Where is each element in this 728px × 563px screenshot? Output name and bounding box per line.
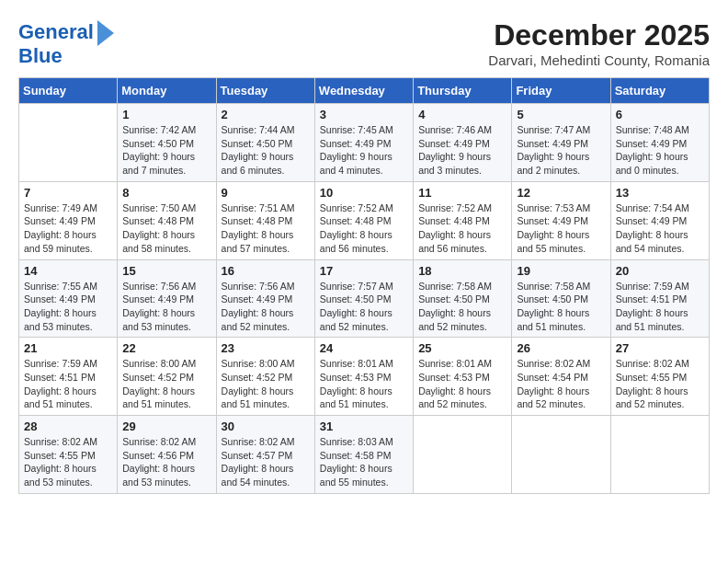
day-number: 10 bbox=[320, 186, 408, 200]
col-header-friday: Friday bbox=[512, 78, 610, 104]
day-cell: 21Sunrise: 7:59 AMSunset: 4:51 PMDayligh… bbox=[19, 338, 118, 416]
day-number: 1 bbox=[122, 108, 210, 121]
day-cell bbox=[512, 416, 610, 494]
day-info: Sunrise: 7:52 AMSunset: 4:48 PMDaylight:… bbox=[320, 201, 408, 256]
day-number: 26 bbox=[517, 341, 605, 355]
day-number: 20 bbox=[616, 264, 704, 278]
day-number: 25 bbox=[418, 341, 506, 355]
day-info: Sunrise: 8:02 AMSunset: 4:57 PMDaylight:… bbox=[222, 435, 310, 489]
logo-blue: Blue bbox=[18, 44, 63, 68]
header-row: SundayMondayTuesdayWednesdayThursdayFrid… bbox=[19, 78, 710, 104]
day-cell: 3Sunrise: 7:45 AMSunset: 4:49 PMDaylight… bbox=[314, 104, 413, 182]
month-title: December 2025 bbox=[488, 18, 710, 52]
week-row-3: 14Sunrise: 7:55 AMSunset: 4:49 PMDayligh… bbox=[19, 259, 710, 338]
day-info: Sunrise: 7:55 AMSunset: 4:49 PMDaylight:… bbox=[24, 280, 112, 334]
day-cell: 14Sunrise: 7:55 AMSunset: 4:49 PMDayligh… bbox=[19, 259, 118, 338]
day-number: 18 bbox=[418, 264, 506, 278]
day-info: Sunrise: 8:02 AMSunset: 4:55 PMDaylight:… bbox=[24, 435, 112, 489]
day-number: 13 bbox=[616, 186, 704, 200]
day-number: 31 bbox=[320, 419, 408, 433]
day-cell: 27Sunrise: 8:02 AMSunset: 4:55 PMDayligh… bbox=[610, 338, 709, 416]
day-cell: 11Sunrise: 7:52 AMSunset: 4:48 PMDayligh… bbox=[414, 181, 512, 259]
day-cell: 23Sunrise: 8:00 AMSunset: 4:52 PMDayligh… bbox=[216, 338, 314, 416]
day-number: 24 bbox=[320, 341, 408, 355]
day-number: 15 bbox=[122, 264, 210, 278]
day-info: Sunrise: 8:02 AMSunset: 4:54 PMDaylight:… bbox=[517, 357, 605, 411]
day-info: Sunrise: 7:52 AMSunset: 4:48 PMDaylight:… bbox=[418, 201, 506, 256]
day-cell: 10Sunrise: 7:52 AMSunset: 4:48 PMDayligh… bbox=[314, 181, 413, 259]
day-cell: 2Sunrise: 7:44 AMSunset: 4:50 PMDaylight… bbox=[216, 104, 314, 182]
day-info: Sunrise: 7:47 AMSunset: 4:49 PMDaylight:… bbox=[517, 123, 605, 178]
location-subtitle: Darvari, Mehedinti County, Romania bbox=[488, 52, 710, 68]
logo: General Blue bbox=[18, 18, 114, 68]
day-cell bbox=[414, 416, 512, 494]
day-number: 22 bbox=[122, 341, 210, 355]
day-info: Sunrise: 8:01 AMSunset: 4:53 PMDaylight:… bbox=[320, 357, 408, 411]
day-number: 30 bbox=[222, 419, 310, 433]
day-cell: 28Sunrise: 8:02 AMSunset: 4:55 PMDayligh… bbox=[19, 416, 118, 494]
day-cell: 12Sunrise: 7:53 AMSunset: 4:49 PMDayligh… bbox=[512, 181, 610, 259]
day-number: 16 bbox=[222, 264, 310, 278]
day-cell: 15Sunrise: 7:56 AMSunset: 4:49 PMDayligh… bbox=[118, 259, 216, 338]
calendar-table: SundayMondayTuesdayWednesdayThursdayFrid… bbox=[18, 77, 710, 494]
day-info: Sunrise: 7:49 AMSunset: 4:49 PMDaylight:… bbox=[24, 201, 112, 256]
day-cell: 29Sunrise: 8:02 AMSunset: 4:56 PMDayligh… bbox=[118, 416, 216, 494]
day-cell: 7Sunrise: 7:49 AMSunset: 4:49 PMDaylight… bbox=[19, 181, 118, 259]
day-number: 8 bbox=[122, 186, 210, 200]
week-row-4: 21Sunrise: 7:59 AMSunset: 4:51 PMDayligh… bbox=[19, 338, 710, 416]
day-cell: 8Sunrise: 7:50 AMSunset: 4:48 PMDaylight… bbox=[118, 181, 216, 259]
day-info: Sunrise: 7:46 AMSunset: 4:49 PMDaylight:… bbox=[418, 123, 506, 178]
day-info: Sunrise: 8:02 AMSunset: 4:55 PMDaylight:… bbox=[616, 357, 704, 411]
day-cell: 17Sunrise: 7:57 AMSunset: 4:50 PMDayligh… bbox=[314, 259, 413, 338]
col-header-wednesday: Wednesday bbox=[314, 78, 413, 104]
day-number: 14 bbox=[24, 264, 112, 278]
day-cell: 18Sunrise: 7:58 AMSunset: 4:50 PMDayligh… bbox=[414, 259, 512, 338]
logo-arrow-icon bbox=[97, 20, 114, 46]
day-info: Sunrise: 7:58 AMSunset: 4:50 PMDaylight:… bbox=[418, 280, 506, 334]
day-cell: 24Sunrise: 8:01 AMSunset: 4:53 PMDayligh… bbox=[314, 338, 413, 416]
title-block: December 2025 Darvari, Mehedinti County,… bbox=[488, 18, 710, 68]
day-info: Sunrise: 7:57 AMSunset: 4:50 PMDaylight:… bbox=[320, 280, 408, 334]
col-header-monday: Monday bbox=[118, 78, 216, 104]
day-info: Sunrise: 7:58 AMSunset: 4:50 PMDaylight:… bbox=[517, 280, 605, 334]
col-header-sunday: Sunday bbox=[19, 78, 118, 104]
day-info: Sunrise: 7:53 AMSunset: 4:49 PMDaylight:… bbox=[517, 201, 605, 256]
day-number: 4 bbox=[418, 108, 506, 121]
day-info: Sunrise: 7:44 AMSunset: 4:50 PMDaylight:… bbox=[222, 123, 310, 178]
day-number: 3 bbox=[320, 108, 408, 121]
day-number: 9 bbox=[222, 186, 310, 200]
day-number: 2 bbox=[222, 108, 310, 121]
week-row-5: 28Sunrise: 8:02 AMSunset: 4:55 PMDayligh… bbox=[19, 416, 710, 494]
day-info: Sunrise: 8:03 AMSunset: 4:58 PMDaylight:… bbox=[320, 435, 408, 489]
day-cell: 30Sunrise: 8:02 AMSunset: 4:57 PMDayligh… bbox=[216, 416, 314, 494]
day-info: Sunrise: 7:45 AMSunset: 4:49 PMDaylight:… bbox=[320, 123, 408, 178]
day-number: 21 bbox=[24, 341, 112, 355]
day-number: 28 bbox=[24, 419, 112, 433]
day-number: 27 bbox=[616, 341, 704, 355]
day-info: Sunrise: 7:50 AMSunset: 4:48 PMDaylight:… bbox=[122, 201, 210, 256]
day-cell: 13Sunrise: 7:54 AMSunset: 4:49 PMDayligh… bbox=[610, 181, 709, 259]
day-number: 5 bbox=[517, 108, 605, 121]
week-row-2: 7Sunrise: 7:49 AMSunset: 4:49 PMDaylight… bbox=[19, 181, 710, 259]
week-row-1: 1Sunrise: 7:42 AMSunset: 4:50 PMDaylight… bbox=[19, 104, 710, 182]
day-number: 12 bbox=[517, 186, 605, 200]
col-header-thursday: Thursday bbox=[414, 78, 512, 104]
day-number: 11 bbox=[418, 186, 506, 200]
day-info: Sunrise: 7:51 AMSunset: 4:48 PMDaylight:… bbox=[222, 201, 310, 256]
day-cell bbox=[19, 104, 118, 182]
col-header-tuesday: Tuesday bbox=[216, 78, 314, 104]
day-info: Sunrise: 7:56 AMSunset: 4:49 PMDaylight:… bbox=[122, 280, 210, 334]
day-number: 17 bbox=[320, 264, 408, 278]
day-info: Sunrise: 7:42 AMSunset: 4:50 PMDaylight:… bbox=[122, 123, 210, 178]
day-info: Sunrise: 8:01 AMSunset: 4:53 PMDaylight:… bbox=[418, 357, 506, 411]
day-info: Sunrise: 7:59 AMSunset: 4:51 PMDaylight:… bbox=[616, 280, 704, 334]
day-info: Sunrise: 8:00 AMSunset: 4:52 PMDaylight:… bbox=[222, 357, 310, 411]
day-cell: 26Sunrise: 8:02 AMSunset: 4:54 PMDayligh… bbox=[512, 338, 610, 416]
day-cell: 4Sunrise: 7:46 AMSunset: 4:49 PMDaylight… bbox=[414, 104, 512, 182]
day-cell: 5Sunrise: 7:47 AMSunset: 4:49 PMDaylight… bbox=[512, 104, 610, 182]
day-cell: 31Sunrise: 8:03 AMSunset: 4:58 PMDayligh… bbox=[314, 416, 413, 494]
page-header: General Blue December 2025 Darvari, Mehe… bbox=[18, 18, 710, 68]
day-number: 29 bbox=[122, 419, 210, 433]
day-cell: 19Sunrise: 7:58 AMSunset: 4:50 PMDayligh… bbox=[512, 259, 610, 338]
day-number: 23 bbox=[222, 341, 310, 355]
